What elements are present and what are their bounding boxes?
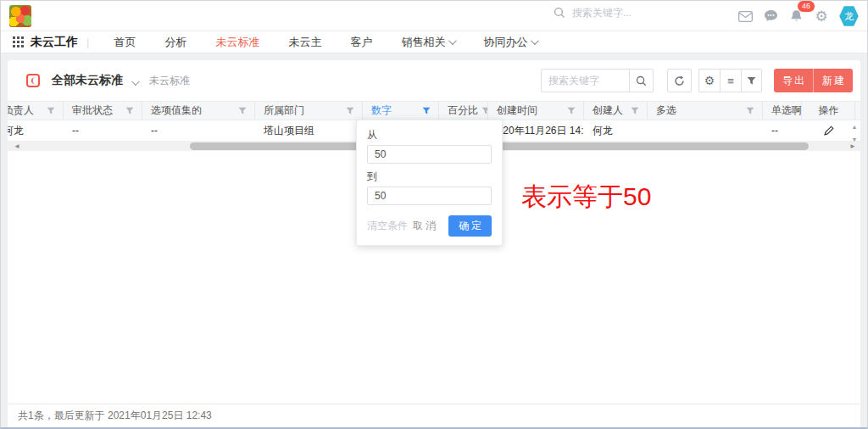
filter-funnel-icon[interactable] [631, 107, 639, 115]
global-search [554, 7, 674, 19]
primary-actions: 导出 新建 [774, 69, 853, 92]
object-icon: ❨ [26, 74, 40, 87]
chevron-down-icon [448, 36, 457, 45]
avatar[interactable]: 龙 [839, 6, 859, 27]
cell-approval-status: -- [64, 120, 142, 141]
filter-funnel-icon[interactable] [125, 107, 134, 115]
scroll-up-arrow-icon[interactable]: ▲ [850, 124, 859, 130]
cell-department: 塔山项目组 [255, 120, 363, 141]
column-header-created-time[interactable]: 创建时间 [488, 102, 584, 120]
nav-bar: 未云工作 | 首页 分析 未云标准 未云主 客户 销售相关 协同办公 [1, 31, 867, 53]
clear-conditions-link[interactable]: 清空条件 [367, 219, 408, 233]
confirm-button[interactable]: 确定 [448, 215, 492, 237]
cell-multiselect [648, 120, 763, 141]
column-header-owner[interactable]: 负责人 [8, 102, 64, 120]
refresh-button[interactable] [667, 69, 692, 92]
list-search-input[interactable] [541, 69, 629, 92]
global-search-input[interactable] [572, 7, 674, 19]
number-filter-popup: 从 到 清空条件 取消 确定 [356, 120, 503, 246]
chevron-down-icon [531, 36, 539, 45]
filter-funnel-icon[interactable] [238, 107, 247, 115]
column-settings-gear-icon[interactable]: ⚙ [698, 69, 720, 92]
cell-option-set: -- [142, 120, 255, 141]
column-header-percent[interactable]: 百分比 [439, 102, 488, 120]
row-density-icon[interactable]: ≡ [720, 69, 741, 92]
column-header-department[interactable]: 所属部门 [255, 102, 363, 120]
filter-funnel-icon[interactable] [481, 107, 488, 115]
nav-item-weiyun-main[interactable]: 未云主 [288, 35, 321, 50]
search-icon [554, 7, 565, 19]
notification-bell-icon[interactable]: 46 [783, 9, 809, 23]
list-toolbar: ❨ 全部未云标准 未云标准 ⚙ ≡ [8, 60, 860, 101]
to-input[interactable] [367, 187, 492, 205]
export-button[interactable]: 导出 [774, 69, 813, 92]
filter-funnel-icon[interactable] [346, 107, 354, 115]
filter-funnel-icon[interactable] [567, 107, 576, 115]
column-header-number[interactable]: 数字 [363, 102, 439, 120]
table-tools-group: ⚙ ≡ [698, 69, 762, 92]
settings-gear-icon[interactable]: ⚙ [809, 8, 834, 25]
top-icon-group: 46 ⚙ 龙 [732, 1, 867, 31]
to-label: 到 [367, 170, 492, 184]
filter-funnel-icon[interactable] [47, 107, 55, 115]
view-subtitle: 未云标准 [149, 74, 190, 88]
app-grid-icon[interactable] [13, 36, 24, 47]
view-selector-chevron-icon[interactable] [131, 74, 137, 89]
nav-item-home[interactable]: 首页 [114, 35, 136, 50]
scroll-down-arrow-icon[interactable]: ▼ [850, 136, 859, 142]
view-title: 全部未云标准 [52, 73, 123, 88]
annotation-text: 表示等于50 [521, 180, 651, 214]
filter-funnel-icon[interactable] [746, 107, 754, 115]
popup-footer: 清空条件 取消 确定 [367, 215, 492, 237]
column-header-actions: 操作 [802, 102, 855, 120]
cancel-button[interactable]: 取消 [413, 219, 438, 233]
edit-pencil-icon[interactable] [824, 125, 834, 136]
nav-item-collaboration[interactable]: 协同办公 [483, 35, 537, 50]
from-input[interactable] [367, 145, 492, 164]
vertical-scrollbar[interactable]: ▲ ▼ [850, 124, 859, 142]
record-count-summary: 共1条，最后更新于 2021年01月25日 12:43 [18, 409, 212, 423]
column-header-approval-status[interactable]: 审批状态 [64, 102, 142, 120]
cell-creator: 何龙 [584, 120, 648, 141]
nav-item-customers[interactable]: 客户 [350, 35, 372, 50]
column-header-multiselect[interactable]: 多选 [648, 102, 763, 120]
column-header-singleselect[interactable]: 单选啊 [763, 102, 802, 120]
create-button[interactable]: 新建 [813, 69, 853, 92]
column-header-option-set[interactable]: 选项值集的 [142, 102, 255, 120]
app-title: 未云工作 [31, 35, 78, 50]
scroll-right-arrow-icon[interactable]: ► [849, 142, 856, 151]
filter-funnel-icon[interactable] [741, 69, 762, 92]
column-header-creator[interactable]: 创建人 [584, 102, 648, 120]
nav-item-weiyun-standard[interactable]: 未云标准 [215, 35, 259, 50]
app-window: 46 ⚙ 龙 未云工作 | 首页 分析 未云标准 未云主 客户 销售相关 协同办… [0, 0, 868, 429]
list-footer: 共1条，最后更新于 2021年01月25日 12:43 [8, 404, 860, 427]
list-search-button[interactable] [629, 69, 654, 92]
table-header: 负责人 审批状态 选项值集的 所属部门 数字 百分比 创建时间 创建人 多选 单… [8, 101, 860, 120]
nav-divider: | [86, 36, 89, 48]
top-bar: 46 ⚙ 龙 [1, 1, 867, 31]
list-search [541, 69, 654, 92]
scroll-left-arrow-icon[interactable]: ◄ [14, 142, 20, 151]
filter-funnel-icon-active[interactable] [422, 107, 431, 115]
cell-actions [802, 120, 855, 141]
company-logo[interactable] [9, 5, 31, 27]
nav-item-analysis[interactable]: 分析 [164, 35, 186, 50]
from-label: 从 [367, 128, 492, 142]
cell-owner: 何龙 [8, 120, 64, 141]
mail-icon[interactable] [732, 11, 758, 22]
toolbar-actions: ⚙ ≡ 导出 新建 [541, 69, 853, 92]
nav-item-sales[interactable]: 销售相关 [401, 35, 454, 50]
chat-icon[interactable] [758, 9, 783, 23]
cell-singleselect: -- [763, 120, 802, 141]
